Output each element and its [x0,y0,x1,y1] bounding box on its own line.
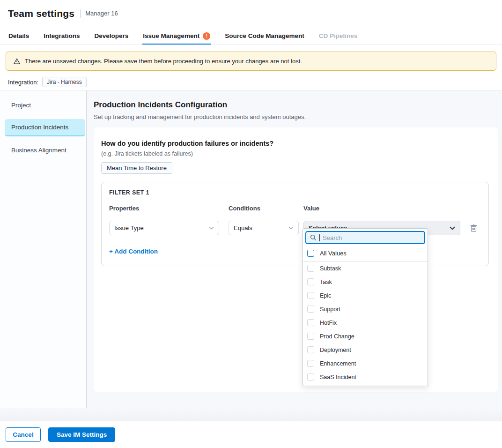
search-icon [310,234,317,241]
settings-tab[interactable]: Details [8,27,30,45]
chevron-down-icon [288,226,294,230]
settings-tabbar: Details Integrations Developers Issue Ma… [0,27,502,45]
properties-column-label: Properties [109,205,229,212]
filter-set-title: FILTER SET 1 [109,189,481,196]
add-condition-link[interactable]: + Add Condition [109,248,158,255]
page-title: Team settings [8,8,74,19]
main-panel: Production Incidents Configuration Set u… [87,90,502,408]
unsaved-alert-badge-icon: ! [203,32,210,40]
sidebar-item-label: Production Incidents [11,124,68,131]
chevron-down-icon [450,226,455,230]
value-dropdown-panel: Search All Values Subtask Task Epic Sup [303,228,428,386]
sidebar-item-label: Project [11,102,31,109]
settings-sidebar: Project Production Incidents Business Al… [0,90,87,408]
section-title: Production Incidents Configuration [94,100,498,110]
sidebar-item[interactable]: Business Alignment [5,142,85,158]
sidebar-item[interactable]: Project [5,97,85,113]
tab-label: Source Code Management [225,32,304,39]
filter-column-headers: Properties Conditions Value [109,205,481,212]
conditions-column-label: Conditions [229,205,303,212]
option-label: Support [320,306,340,313]
option-label: Enhancement [320,360,356,367]
checkbox-icon[interactable] [307,265,314,272]
checkbox-icon[interactable] [307,319,314,326]
settings-tab[interactable]: CD Pipelines [318,27,358,45]
select-all-label: All Values [320,250,347,257]
sidebar-item[interactable]: Production Incidents [5,119,85,136]
dropdown-options-list: Subtask Task Epic Support HotFix [303,261,428,386]
question-hint: (e.g. Jira tickets labeled as failures) [101,150,491,157]
option-label: Prod Change [320,333,354,340]
dropdown-search-input[interactable]: Search [305,231,425,244]
tab-label: Developers [95,32,129,39]
question-heading: How do you identify production failures … [101,140,491,147]
settings-tab[interactable]: Issue Management ! [142,27,211,45]
dropdown-option[interactable]: HotFix [303,316,428,329]
settings-tab[interactable]: Source Code Management [224,27,305,45]
integration-label: Integration: [8,79,38,86]
title-divider [80,9,81,18]
tab-label: Details [8,32,29,39]
tab-label: Integrations [44,32,80,39]
dropdown-option[interactable]: SaaS Incident [303,370,428,384]
chevron-down-icon [209,226,214,230]
delete-filter-button[interactable] [470,224,478,232]
footer-actions: Cancel Save IM Settings [0,421,502,448]
checkbox-icon[interactable] [307,333,314,340]
checkbox-icon[interactable] [307,346,314,353]
text-caret [319,234,320,241]
dropdown-option[interactable]: Epic [303,289,428,302]
integration-chip[interactable]: Jira - Harness [42,77,87,87]
dropdown-option[interactable]: Customer Notification [303,384,428,386]
properties-select[interactable]: Issue Type [109,221,219,235]
checkbox-icon[interactable] [307,278,314,285]
team-name-label: Manager 16 [85,10,118,17]
value-column-label: Value [303,205,319,212]
checkbox-icon[interactable] [307,292,314,299]
option-label: SaaS Incident [320,374,356,381]
page-header: Team settings Manager 16 [0,0,502,27]
dropdown-option[interactable]: Support [303,302,428,316]
settings-tab[interactable]: Integrations [43,27,80,45]
search-placeholder: Search [323,234,342,241]
option-label: Subtask [320,265,341,272]
trash-icon [470,224,478,232]
checkbox-icon[interactable] [307,250,314,257]
dropdown-option[interactable]: Task [303,275,428,289]
dropdown-option[interactable]: Enhancement [303,357,428,370]
tab-label: Issue Management [143,32,199,39]
config-card: How do you identify production failures … [94,127,498,392]
section-subtitle: Set up tracking and management for produ… [94,113,498,120]
select-all-option[interactable]: All Values [303,246,428,261]
option-label: Epic [320,292,331,299]
settings-tab[interactable]: Developers [94,27,129,45]
conditions-select[interactable]: Equals [229,221,299,235]
sidebar-item-label: Business Alignment [11,147,66,154]
cancel-button[interactable]: Cancel [6,427,41,442]
option-label: Deployment [320,347,351,353]
integration-row: Integration: Jira - Harness [8,76,87,88]
metric-chip[interactable]: Mean Time to Restore [101,162,172,174]
unsaved-changes-banner: There are unsaved changes. Please save t… [6,52,496,71]
dropdown-option[interactable]: Prod Change [303,329,428,343]
option-label: Task [320,279,332,285]
content-fade-strip [0,408,502,421]
properties-select-value: Issue Type [114,224,144,231]
filter-set: FILTER SET 1 Properties Conditions Value… [101,182,489,266]
dropdown-option[interactable]: Deployment [303,343,428,357]
option-label: HotFix [320,320,337,326]
warning-triangle-icon [13,58,21,65]
checkbox-icon[interactable] [307,360,314,367]
checkbox-icon[interactable] [307,306,314,313]
banner-text: There are unsaved changes. Please save t… [25,58,302,65]
tab-label: CD Pipelines [319,32,358,39]
save-im-settings-button[interactable]: Save IM Settings [48,427,115,442]
checkbox-icon[interactable] [307,373,314,381]
conditions-select-value: Equals [234,224,252,231]
dropdown-option[interactable]: Subtask [303,261,428,275]
